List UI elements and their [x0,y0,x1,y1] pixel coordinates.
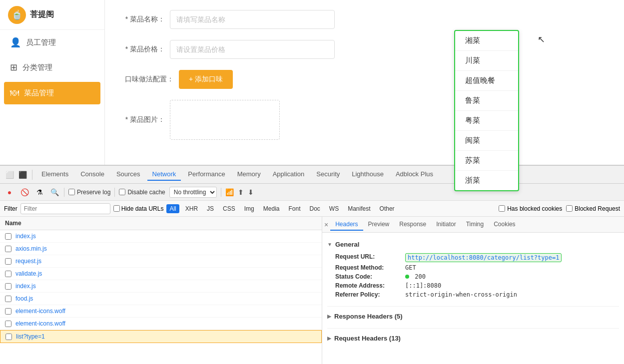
filter-type-all[interactable]: All [166,204,179,213]
filter-input[interactable] [20,203,110,214]
file-item-checkbox-4[interactable] [5,283,11,290]
preserve-log-label[interactable]: Preserve log [68,189,110,196]
details-close-button[interactable]: × [324,221,328,229]
list-item[interactable]: element-icons.woff [0,305,322,318]
tab-elements[interactable]: Elements [36,168,73,181]
tab-adblock[interactable]: Adblock Plus [391,168,438,181]
request-url-key: Request URL: [335,253,405,260]
form-row-taste: 口味做法配置： + 添加口味 [125,70,604,89]
filter-type-ws[interactable]: WS [326,204,342,213]
dropdown-item-2[interactable]: 超值晚餐 [455,71,518,91]
file-item-name-0: index.js [15,233,36,240]
dropdown-item-6[interactable]: 苏菜 [455,151,518,171]
image-required-star: * [125,115,128,123]
list-item[interactable]: axios.min.js [0,243,322,255]
list-item[interactable]: index.js [0,280,322,293]
filter-icon[interactable]: ⚗ [34,187,45,198]
filter-type-other[interactable]: Other [377,204,398,213]
disable-cache-checkbox[interactable] [119,189,125,195]
list-item[interactable]: validate.js [0,268,322,280]
blocked-request-label[interactable]: Blocked Request [566,205,620,212]
list-item[interactable]: index.js [0,230,322,243]
list-item[interactable]: element-icons.woff [0,318,322,330]
has-blocked-cookies-checkbox[interactable] [499,205,505,212]
file-item-checkbox-1[interactable] [5,246,11,252]
dropdown-item-0[interactable]: 湘菜 [455,31,518,51]
throttle-select[interactable]: No throttling [169,187,217,198]
menu-icon: 🍽 [10,88,19,98]
filter-type-doc[interactable]: Doc [307,204,323,213]
dropdown-item-4[interactable]: 粤菜 [455,111,518,131]
devtools-undock-icon[interactable]: ⬛ [17,169,28,180]
sidebar-item-employee[interactable]: 👤 员工管理 [0,30,104,55]
details-tab-headers[interactable]: Headers [330,219,363,231]
tab-performance[interactable]: Performance [183,168,230,181]
has-blocked-cookies-label[interactable]: Has blocked cookies [499,205,562,212]
details-tab-response[interactable]: Response [394,219,431,231]
details-tab-timing[interactable]: Timing [461,219,489,231]
upload-icon[interactable]: ⬆ [238,188,244,196]
dropdown-item-1[interactable]: 川菜 [455,51,518,71]
filter-type-media[interactable]: Media [260,204,283,213]
filter-type-css[interactable]: CSS [220,204,238,213]
dropdown-item-7[interactable]: 浙菜 [455,171,518,190]
download-icon[interactable]: ⬇ [248,188,254,196]
details-tab-preview[interactable]: Preview [363,219,395,231]
hide-data-urls-label[interactable]: Hide data URLs [113,205,164,212]
controls-divider-3 [221,188,221,197]
file-item-name-1: axios.min.js [15,245,47,252]
filter-type-img[interactable]: Img [241,204,257,213]
file-item-checkbox-6[interactable] [5,308,11,315]
filter-type-js[interactable]: JS [204,204,217,213]
blocked-request-checkbox[interactable] [566,205,573,212]
add-taste-button[interactable]: + 添加口味 [179,70,233,89]
file-item-checkbox-7[interactable] [5,321,11,327]
price-required-star: * [125,45,128,53]
file-item-checkbox-3[interactable] [5,271,11,277]
sidebar-item-category[interactable]: ⊞ 分类管理 [0,55,104,80]
response-headers-header[interactable]: ▶ Response Headers (5) [327,310,619,323]
details-tab-initiator[interactable]: Initiator [431,219,461,231]
dropdown-item-3[interactable]: 鲁菜 [455,91,518,111]
filter-type-font[interactable]: Font [285,204,303,213]
sidebar-item-menu-label: 菜品管理 [24,88,54,98]
filter-type-xhr[interactable]: XHR [182,204,201,213]
preserve-log-checkbox[interactable] [68,189,75,195]
request-headers-header[interactable]: ▶ Request Headers (13) [327,332,619,345]
tab-console[interactable]: Console [75,168,109,181]
list-item[interactable]: request.js [0,255,322,268]
tab-application[interactable]: Application [268,168,310,181]
hide-data-urls-checkbox[interactable] [113,205,120,212]
list-item[interactable]: food.js [0,293,322,305]
tab-memory[interactable]: Memory [232,168,266,181]
search-icon[interactable]: 🔍 [49,187,60,198]
file-item-checkbox-2[interactable] [5,258,11,265]
tab-network[interactable]: Network [147,168,181,181]
devtools-dock-icon[interactable]: ⬜ [4,169,15,180]
sidebar-item-menu[interactable]: 🍽 菜品管理 [4,82,100,104]
tab-security[interactable]: Security [311,168,345,181]
wifi-icon[interactable]: 📶 [225,188,234,196]
general-section-header[interactable]: ▼ General [327,238,619,251]
status-code-key: Status Code: [335,273,405,280]
file-item-name-2: request.js [15,258,41,265]
disable-cache-label[interactable]: Disable cache [119,189,165,196]
dropdown-item-5[interactable]: 闽菜 [455,131,518,151]
tab-sources[interactable]: Sources [111,168,145,181]
file-item-checkbox-0[interactable] [5,233,11,240]
file-item-checkbox-8[interactable] [5,334,12,340]
price-input[interactable] [170,40,335,59]
record-button[interactable]: ● [4,187,15,198]
file-item-checkbox-5[interactable] [5,296,11,302]
price-label: * 菜品价格： [125,45,165,54]
list-item-highlighted[interactable]: list?type=1 [0,330,322,343]
response-headers-section: ▶ Response Headers (5) [327,306,619,326]
tab-lighthouse[interactable]: Lighthouse [347,168,389,181]
filter-type-manifest[interactable]: Manifest [345,204,373,213]
clear-button[interactable]: 🚫 [19,187,30,198]
sidebar-item-employee-label: 员工管理 [26,38,56,47]
details-tab-cookies[interactable]: Cookies [489,219,520,231]
image-upload-area[interactable] [170,100,280,140]
devtools-main-content: Name index.js axios.min.js request.js [0,217,624,364]
name-input[interactable] [170,10,335,29]
